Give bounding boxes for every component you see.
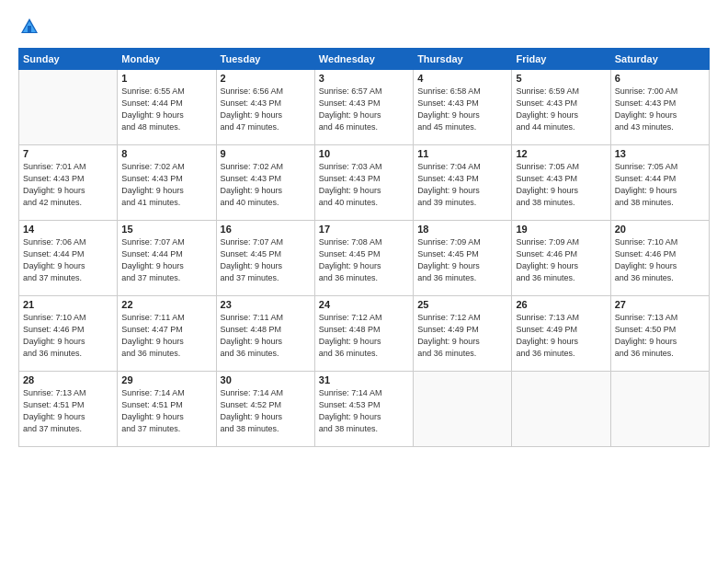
calendar-cell: 29Sunrise: 7:14 AMSunset: 4:51 PMDayligh… — [118, 372, 216, 447]
day-number: 4 — [417, 73, 507, 84]
calendar-table: SundayMondayTuesdayWednesdayThursdayFrid… — [18, 48, 710, 447]
day-number: 14 — [23, 224, 113, 235]
calendar-cell: 26Sunrise: 7:13 AMSunset: 4:49 PMDayligh… — [512, 296, 610, 372]
calendar-cell: 2Sunrise: 6:56 AMSunset: 4:43 PMDaylight… — [216, 70, 314, 145]
calendar-cell: 1Sunrise: 6:55 AMSunset: 4:44 PMDaylight… — [118, 70, 216, 145]
day-number: 17 — [319, 224, 409, 235]
weekday-header-friday: Friday — [512, 49, 610, 70]
day-number: 24 — [319, 299, 409, 310]
day-number: 25 — [417, 299, 507, 310]
weekday-header-thursday: Thursday — [414, 49, 512, 70]
day-number: 22 — [121, 299, 211, 310]
day-info: Sunrise: 7:09 AMSunset: 4:45 PMDaylight:… — [417, 236, 507, 284]
calendar-cell: 27Sunrise: 7:13 AMSunset: 4:50 PMDayligh… — [610, 296, 709, 372]
day-info: Sunrise: 7:02 AMSunset: 4:43 PMDaylight:… — [221, 161, 311, 209]
calendar-cell: 15Sunrise: 7:07 AMSunset: 4:44 PMDayligh… — [118, 221, 216, 296]
calendar-week-row: 14Sunrise: 7:06 AMSunset: 4:44 PMDayligh… — [19, 221, 710, 296]
calendar-cell: 28Sunrise: 7:13 AMSunset: 4:51 PMDayligh… — [19, 372, 118, 447]
day-number: 7 — [23, 148, 113, 159]
day-number: 18 — [417, 224, 507, 235]
calendar-cell: 7Sunrise: 7:01 AMSunset: 4:43 PMDaylight… — [19, 145, 118, 221]
calendar-cell — [19, 70, 118, 145]
day-number: 6 — [615, 73, 705, 84]
day-number: 10 — [319, 148, 409, 159]
calendar-cell — [610, 372, 709, 447]
calendar-cell: 14Sunrise: 7:06 AMSunset: 4:44 PMDayligh… — [19, 221, 118, 296]
day-info: Sunrise: 7:12 AMSunset: 4:49 PMDaylight:… — [417, 312, 507, 360]
calendar-cell: 12Sunrise: 7:05 AMSunset: 4:43 PMDayligh… — [512, 145, 610, 221]
calendar-cell: 3Sunrise: 6:57 AMSunset: 4:43 PMDaylight… — [314, 70, 413, 145]
calendar-cell: 17Sunrise: 7:08 AMSunset: 4:45 PMDayligh… — [314, 221, 413, 296]
day-number: 3 — [319, 73, 409, 84]
day-number: 19 — [516, 224, 606, 235]
day-number: 26 — [516, 299, 606, 310]
day-info: Sunrise: 7:06 AMSunset: 4:44 PMDaylight:… — [23, 236, 113, 284]
day-info: Sunrise: 7:11 AMSunset: 4:48 PMDaylight:… — [221, 312, 311, 360]
day-number: 20 — [615, 224, 705, 235]
calendar-cell: 4Sunrise: 6:58 AMSunset: 4:43 PMDaylight… — [414, 70, 512, 145]
day-info: Sunrise: 7:04 AMSunset: 4:43 PMDaylight:… — [417, 161, 507, 209]
day-number: 11 — [417, 148, 507, 159]
calendar-cell: 11Sunrise: 7:04 AMSunset: 4:43 PMDayligh… — [414, 145, 512, 221]
day-info: Sunrise: 7:03 AMSunset: 4:43 PMDaylight:… — [319, 161, 409, 209]
calendar-cell: 31Sunrise: 7:14 AMSunset: 4:53 PMDayligh… — [314, 372, 413, 447]
weekday-header-row: SundayMondayTuesdayWednesdayThursdayFrid… — [19, 49, 710, 70]
calendar-cell: 24Sunrise: 7:12 AMSunset: 4:48 PMDayligh… — [314, 296, 413, 372]
day-info: Sunrise: 7:08 AMSunset: 4:45 PMDaylight:… — [319, 236, 409, 284]
day-info: Sunrise: 7:14 AMSunset: 4:52 PMDaylight:… — [221, 387, 311, 435]
day-info: Sunrise: 7:05 AMSunset: 4:43 PMDaylight:… — [516, 161, 606, 209]
calendar-cell: 5Sunrise: 6:59 AMSunset: 4:43 PMDaylight… — [512, 70, 610, 145]
weekday-header-sunday: Sunday — [19, 49, 118, 70]
page: SundayMondayTuesdayWednesdayThursdayFrid… — [0, 0, 728, 563]
day-number: 28 — [23, 374, 113, 385]
day-info: Sunrise: 7:12 AMSunset: 4:48 PMDaylight:… — [319, 312, 409, 360]
calendar-cell: 16Sunrise: 7:07 AMSunset: 4:45 PMDayligh… — [216, 221, 314, 296]
day-info: Sunrise: 7:13 AMSunset: 4:50 PMDaylight:… — [615, 312, 705, 360]
calendar-cell: 8Sunrise: 7:02 AMSunset: 4:43 PMDaylight… — [118, 145, 216, 221]
svg-rect-2 — [28, 26, 31, 32]
calendar-cell — [512, 372, 610, 447]
calendar-week-row: 28Sunrise: 7:13 AMSunset: 4:51 PMDayligh… — [19, 372, 710, 447]
day-info: Sunrise: 7:00 AMSunset: 4:43 PMDaylight:… — [615, 86, 705, 133]
calendar-cell: 23Sunrise: 7:11 AMSunset: 4:48 PMDayligh… — [216, 296, 314, 372]
day-number: 8 — [121, 148, 211, 159]
weekday-header-saturday: Saturday — [610, 49, 709, 70]
day-info: Sunrise: 6:57 AMSunset: 4:43 PMDaylight:… — [319, 86, 409, 133]
day-info: Sunrise: 7:01 AMSunset: 4:43 PMDaylight:… — [23, 161, 113, 209]
calendar-cell: 6Sunrise: 7:00 AMSunset: 4:43 PMDaylight… — [610, 70, 709, 145]
day-info: Sunrise: 7:13 AMSunset: 4:49 PMDaylight:… — [516, 312, 606, 360]
calendar-cell: 30Sunrise: 7:14 AMSunset: 4:52 PMDayligh… — [216, 372, 314, 447]
day-number: 30 — [221, 374, 311, 385]
calendar-cell: 25Sunrise: 7:12 AMSunset: 4:49 PMDayligh… — [414, 296, 512, 372]
day-info: Sunrise: 7:09 AMSunset: 4:46 PMDaylight:… — [516, 236, 606, 284]
day-info: Sunrise: 6:59 AMSunset: 4:43 PMDaylight:… — [516, 86, 606, 133]
logo — [18, 17, 41, 40]
calendar-cell: 21Sunrise: 7:10 AMSunset: 4:46 PMDayligh… — [19, 296, 118, 372]
day-number: 9 — [221, 148, 311, 159]
day-number: 2 — [221, 73, 311, 84]
calendar-cell: 9Sunrise: 7:02 AMSunset: 4:43 PMDaylight… — [216, 145, 314, 221]
calendar-cell: 18Sunrise: 7:09 AMSunset: 4:45 PMDayligh… — [414, 221, 512, 296]
calendar-cell: 13Sunrise: 7:05 AMSunset: 4:44 PMDayligh… — [610, 145, 709, 221]
day-info: Sunrise: 6:56 AMSunset: 4:43 PMDaylight:… — [221, 86, 311, 133]
logo-icon — [19, 17, 40, 37]
weekday-header-monday: Monday — [118, 49, 216, 70]
calendar-cell: 19Sunrise: 7:09 AMSunset: 4:46 PMDayligh… — [512, 221, 610, 296]
day-number: 15 — [121, 224, 211, 235]
day-number: 16 — [221, 224, 311, 235]
day-info: Sunrise: 7:10 AMSunset: 4:46 PMDaylight:… — [615, 236, 705, 284]
calendar-cell: 10Sunrise: 7:03 AMSunset: 4:43 PMDayligh… — [314, 145, 413, 221]
day-info: Sunrise: 7:07 AMSunset: 4:44 PMDaylight:… — [121, 236, 211, 284]
day-info: Sunrise: 7:11 AMSunset: 4:47 PMDaylight:… — [121, 312, 211, 360]
weekday-header-wednesday: Wednesday — [314, 49, 413, 70]
calendar-cell: 20Sunrise: 7:10 AMSunset: 4:46 PMDayligh… — [610, 221, 709, 296]
day-number: 12 — [516, 148, 606, 159]
calendar-cell — [414, 372, 512, 447]
day-number: 21 — [23, 299, 113, 310]
day-info: Sunrise: 7:13 AMSunset: 4:51 PMDaylight:… — [23, 387, 113, 435]
day-info: Sunrise: 7:02 AMSunset: 4:43 PMDaylight:… — [121, 161, 211, 209]
header — [18, 17, 710, 40]
day-number: 5 — [516, 73, 606, 84]
day-info: Sunrise: 6:55 AMSunset: 4:44 PMDaylight:… — [121, 86, 211, 133]
day-info: Sunrise: 7:14 AMSunset: 4:51 PMDaylight:… — [121, 387, 211, 435]
